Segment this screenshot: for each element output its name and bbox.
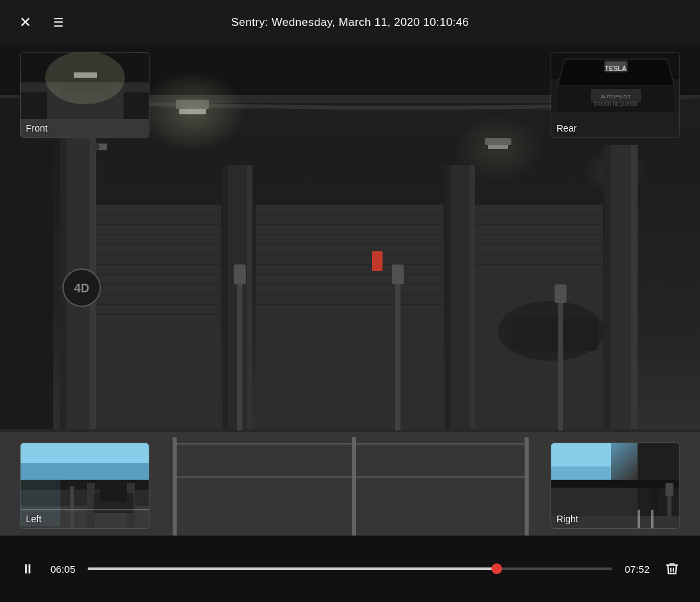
left-camera-thumbnail[interactable]: Left [20,443,149,529]
svg-rect-68 [392,264,404,284]
playback-controls: ⏸ 06:05 07:52 [0,536,700,602]
svg-text:TESLA: TESLA [605,65,627,72]
header: ✕ ☰ Sentry: Wednesday, March 11, 2020 10… [0,0,700,45]
main-video-area: 4D [0,45,700,536]
trash-icon [665,561,679,576]
svg-rect-69 [558,284,563,431]
rear-label: Rear [557,123,576,134]
left-label: Left [26,514,41,524]
svg-text:AUTOPILOT: AUTOPILOT [600,94,630,100]
current-time: 06:05 [50,563,77,575]
close-icon: ✕ [19,14,31,31]
play-pause-icon: ⏸ [21,561,35,577]
right-camera-thumbnail[interactable]: Right [551,443,680,529]
svg-rect-71 [372,251,383,271]
svg-point-5 [139,72,246,151]
svg-rect-66 [234,264,246,284]
close-button[interactable]: ✕ [13,11,37,35]
svg-rect-111 [551,480,680,488]
svg-rect-122 [651,510,654,529]
delete-button[interactable] [660,557,684,581]
progress-bar[interactable] [88,567,612,570]
svg-text:4D: 4D [74,282,89,295]
svg-rect-102 [70,486,74,529]
svg-rect-49 [511,318,598,351]
svg-rect-60 [525,437,529,536]
rear-camera-thumbnail[interactable]: TESLA AUTOPILOT DRIVER REQUIRED Rear [551,52,680,138]
svg-rect-70 [555,284,567,303]
svg-point-75 [93,144,100,150]
svg-point-84 [45,52,125,104]
right-label: Right [557,514,578,524]
svg-rect-65 [237,264,242,431]
svg-rect-121 [638,510,640,529]
menu-button[interactable]: ☰ [46,11,70,35]
progress-thumb[interactable] [491,563,502,574]
svg-rect-96 [21,443,149,463]
video-title: Sentry: Wednesday, March 11, 2020 10:10:… [231,16,469,29]
front-camera-thumbnail[interactable]: Front [20,52,149,138]
svg-rect-119 [665,483,673,496]
svg-text:DRIVER REQUIRED: DRIVER REQUIRED [594,102,637,107]
progress-fill [88,567,497,570]
menu-icon: ☰ [53,15,64,30]
svg-rect-104 [100,488,127,502]
total-time: 07:52 [623,563,650,575]
front-label: Front [26,123,48,134]
main-video-background: 4D [0,45,700,536]
svg-rect-67 [395,264,400,431]
svg-point-112 [649,488,659,498]
play-pause-button[interactable]: ⏸ [16,557,40,581]
svg-rect-57 [0,429,700,432]
svg-rect-108 [551,443,611,466]
svg-rect-58 [173,437,177,536]
svg-rect-59 [352,437,356,536]
